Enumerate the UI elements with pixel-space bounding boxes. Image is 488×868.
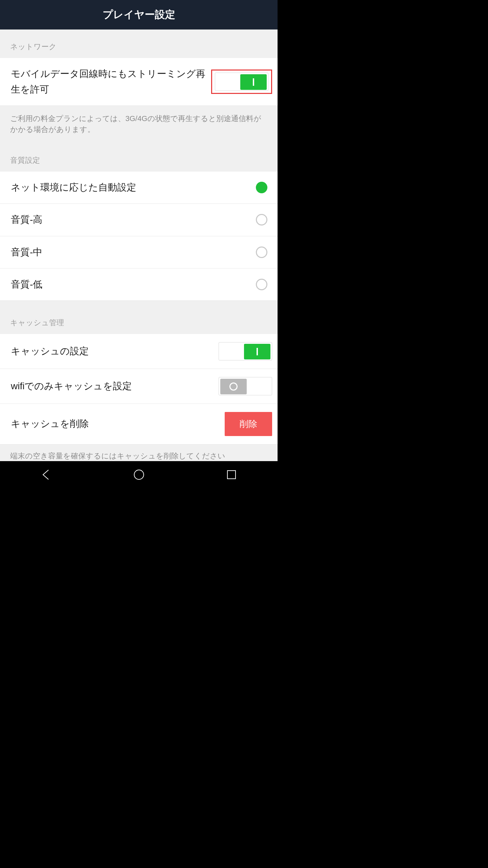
settings-content: ネットワーク モバイルデータ回線時にもストリーミング再生を許可 ご利用の料金プラ… [0, 29, 278, 461]
app-header: プレイヤー設定 [0, 0, 278, 29]
svg-point-0 [134, 470, 144, 479]
nav-recent-icon[interactable] [225, 468, 238, 481]
quality-mid-label: 音質-中 [11, 244, 256, 260]
row-quality-high[interactable]: 音質-高 [0, 204, 278, 236]
nav-back-icon[interactable] [40, 468, 53, 481]
cache-wifi-only-toggle[interactable] [219, 377, 272, 395]
row-quality-low[interactable]: 音質-低 [0, 269, 278, 301]
cache-wifi-only-label: wifiでのみキャッシュを設定 [11, 378, 219, 394]
cache-setting-label: キャッシュの設定 [11, 343, 219, 359]
network-footnote: ご利用の料金プランによっては、3G/4Gの状態で再生すると別途通信料がかかる場合… [0, 106, 278, 138]
cache-footnote: 端末の空き容量を確保するにはキャッシュを削除してください [0, 445, 278, 461]
cache-delete-label: キャッシュを削除 [11, 416, 225, 432]
row-quality-mid[interactable]: 音質-中 [0, 236, 278, 269]
row-cache-wifi-only[interactable]: wifiでのみキャッシュを設定 [0, 369, 278, 404]
radio-icon[interactable] [256, 246, 267, 258]
delete-cache-button[interactable]: 削除 [225, 412, 272, 436]
mobile-streaming-label: モバイルデータ回線時にもストリーミング再生を許可 [11, 66, 210, 97]
nav-home-icon[interactable] [132, 468, 146, 481]
mobile-streaming-toggle[interactable] [215, 73, 268, 91]
page-title: プレイヤー設定 [103, 8, 175, 22]
quality-low-label: 音質-低 [11, 277, 256, 292]
row-mobile-streaming[interactable]: モバイルデータ回線時にもストリーミング再生を許可 [0, 58, 278, 106]
section-header-cache: キャッシュ管理 [0, 301, 278, 334]
quality-high-label: 音質-高 [11, 212, 256, 228]
radio-icon[interactable] [256, 279, 267, 290]
highlight-box [211, 70, 272, 94]
system-nav-bar [0, 461, 278, 488]
radio-icon[interactable] [256, 214, 267, 225]
section-header-quality: 音質設定 [0, 138, 278, 172]
row-quality-auto[interactable]: ネット環境に応じた自動設定 [0, 172, 278, 204]
player-settings-screen: プレイヤー設定 ネットワーク モバイルデータ回線時にもストリーミング再生を許可 … [0, 0, 278, 488]
radio-icon[interactable] [256, 182, 267, 193]
section-header-network: ネットワーク [0, 29, 278, 58]
row-cache-setting[interactable]: キャッシュの設定 [0, 334, 278, 369]
svg-rect-1 [227, 471, 236, 479]
cache-setting-toggle[interactable] [219, 342, 272, 360]
row-cache-delete: キャッシュを削除 削除 [0, 404, 278, 445]
quality-auto-label: ネット環境に応じた自動設定 [11, 180, 256, 195]
